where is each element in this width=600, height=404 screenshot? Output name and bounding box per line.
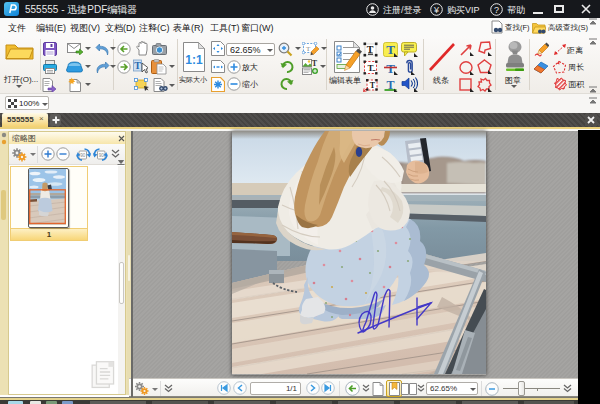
svg-text:T: T [367, 63, 373, 73]
svg-text:?: ? [494, 5, 499, 15]
svg-text:T: T [306, 45, 311, 53]
svg-text:1:1: 1:1 [185, 53, 203, 67]
svg-text:T: T [370, 81, 376, 90]
svg-text:T: T [134, 60, 141, 71]
svg-text:90: 90 [80, 153, 86, 158]
svg-text:T: T [386, 42, 395, 57]
svg-text:T: T [312, 59, 318, 68]
svg-text:¥: ¥ [433, 5, 440, 15]
svg-text:90: 90 [99, 153, 105, 158]
